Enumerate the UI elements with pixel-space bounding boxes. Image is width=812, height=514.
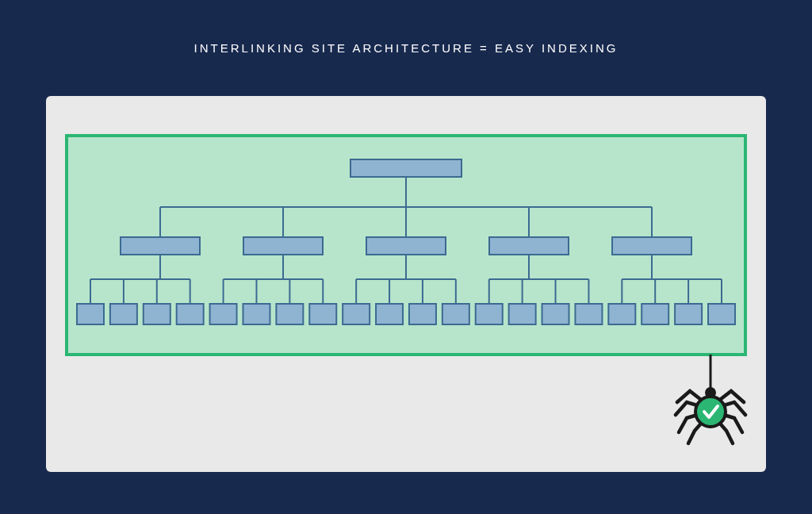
tree-node [210, 304, 237, 324]
tree-node [121, 237, 200, 255]
site-tree [68, 137, 744, 353]
diagram-title: INTERLINKING SITE ARCHITECTURE = EASY IN… [0, 41, 812, 55]
tree-node [350, 159, 462, 177]
tree-node [77, 304, 104, 324]
crawler-spider-icon [671, 355, 750, 450]
tree-node [177, 304, 204, 324]
tree-node [642, 304, 668, 324]
tree-node [409, 304, 436, 324]
tree-node [612, 237, 691, 255]
tree-node [243, 304, 270, 324]
tree-node [144, 304, 170, 324]
tree-node [489, 237, 569, 255]
tree-node [675, 304, 702, 324]
tree-node [309, 304, 336, 324]
tree-node [343, 304, 370, 324]
tree-node [366, 237, 446, 255]
tree-node [442, 304, 469, 324]
tree-node [608, 304, 635, 324]
tree-node [243, 237, 323, 255]
tree-node [575, 304, 602, 324]
tree-node [376, 304, 403, 324]
tree-node [509, 304, 536, 324]
tree-node [708, 304, 735, 324]
tree-node [476, 304, 503, 324]
tree-node [542, 304, 569, 324]
svg-point-39 [695, 397, 726, 427]
highlight-box [65, 134, 747, 356]
diagram-panel [46, 96, 766, 472]
tree-node [110, 304, 137, 324]
tree-node [276, 304, 303, 324]
